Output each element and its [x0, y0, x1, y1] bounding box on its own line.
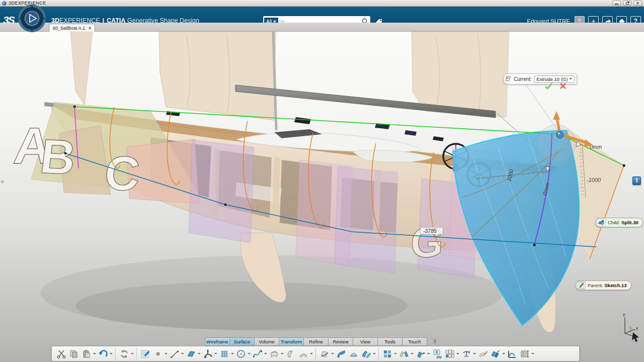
- tool-undo-dropdown[interactable]: [109, 347, 113, 360]
- tool-revolve-button[interactable]: [284, 347, 297, 360]
- tool-point-button[interactable]: [151, 347, 164, 360]
- side-panel-toggle[interactable]: T: [632, 176, 641, 185]
- tool-update-dropdown[interactable]: [130, 347, 134, 360]
- tool-sweep-dropdown[interactable]: [309, 347, 313, 360]
- tool-plane-dropdown[interactable]: [197, 347, 201, 360]
- tab-close-icon[interactable]: ×: [89, 26, 91, 31]
- ribbon-tab-refine[interactable]: Refine: [303, 337, 329, 346]
- line-endpoint[interactable]: [623, 164, 625, 167]
- update-icon: [119, 349, 129, 359]
- restore-button[interactable]: [623, 1, 631, 6]
- tool-measure-dropdown[interactable]: [531, 347, 535, 360]
- tool-plane-button[interactable]: [185, 347, 197, 360]
- sweep-surface-icon: [336, 349, 346, 359]
- section-plane[interactable]: [335, 166, 397, 273]
- jib-sail[interactable]: [70, 32, 93, 105]
- tool-symmetry-dropdown[interactable]: [410, 347, 414, 360]
- tool-blend-dropdown[interactable]: [372, 347, 376, 360]
- manipulator-knob[interactable]: [556, 131, 564, 138]
- tool-circle-dropdown[interactable]: [247, 347, 251, 360]
- tool-extrude-dropdown[interactable]: [280, 347, 284, 360]
- ribbon-tab-wireframe[interactable]: Wireframe: [205, 337, 230, 346]
- tool-symmetry-button[interactable]: [397, 347, 410, 360]
- parent-value: Sketch.13: [604, 283, 626, 288]
- ribbon-tab-volume[interactable]: Volume: [254, 337, 279, 346]
- chevron-down-icon: [569, 78, 572, 80]
- tool-pattern-dropdown[interactable]: [393, 347, 397, 360]
- close-button[interactable]: ×: [633, 1, 642, 6]
- main-sail[interactable]: [159, 32, 276, 120]
- tool-fill-button[interactable]: [347, 347, 360, 360]
- curve-endpoint[interactable]: [533, 244, 536, 246]
- feature-icon: [505, 74, 512, 83]
- tool-circle-button[interactable]: [234, 347, 247, 360]
- tool-paste-dropdown[interactable]: [93, 347, 97, 360]
- tool-axis-dropdown[interactable]: [214, 347, 218, 360]
- ribbon-tab-touch[interactable]: Touch: [402, 337, 427, 346]
- tool-pattern-button[interactable]: [381, 347, 393, 360]
- tool-translate-dropdown[interactable]: [427, 347, 431, 360]
- paste-icon: [82, 349, 92, 359]
- ok-check-icon[interactable]: [544, 82, 553, 89]
- tool-sketch-button[interactable]: [139, 347, 151, 360]
- tool-rotate-dropdown[interactable]: [472, 347, 476, 360]
- tool-copy-button[interactable]: [67, 347, 80, 360]
- tool-line-dropdown[interactable]: [181, 347, 185, 360]
- current-feature-dropdown[interactable]: Extrude.10 (G): [534, 75, 575, 83]
- child-feature-pill[interactable]: Child: Split.30: [595, 218, 643, 227]
- tool-measure-button[interactable]: [518, 347, 531, 360]
- ribbon-tab-review[interactable]: Review: [328, 337, 353, 346]
- cut-icon: [56, 349, 66, 359]
- tool-multi-output-dropdown[interactable]: [456, 347, 460, 360]
- toolbar-separator: [136, 348, 137, 360]
- deck-hatch: [433, 136, 444, 141]
- tool-split-dropdown[interactable]: [331, 347, 335, 360]
- circle-icon: [236, 349, 246, 359]
- tool-point-dropdown[interactable]: [164, 347, 168, 360]
- tool-join-dropdown[interactable]: [502, 347, 506, 360]
- minimize-button[interactable]: [612, 1, 621, 6]
- ribbon-tab-surface[interactable]: Surface: [229, 337, 255, 346]
- panel-expand-chevron[interactable]: »: [1, 177, 4, 185]
- svg-text:-3785: -3785: [423, 228, 437, 234]
- line-endpoint[interactable]: [64, 152, 66, 154]
- dimension-label[interactable]: -3785: [421, 227, 443, 234]
- tool-extrude-button[interactable]: [268, 347, 280, 360]
- tool-sweep-button[interactable]: [297, 347, 309, 360]
- chevron-right-icon[interactable]: ❯: [433, 339, 437, 343]
- tool-analysis-button[interactable]: [506, 347, 518, 360]
- tool-multi-output-button[interactable]: [443, 347, 456, 360]
- axis-triad: z y x: [623, 312, 639, 342]
- tool-split-button[interactable]: [318, 347, 331, 360]
- tool-line-button[interactable]: [168, 347, 181, 360]
- parent-feature-pill[interactable]: Parent: Sketch.13: [575, 281, 631, 290]
- compass-button[interactable]: [18, 4, 46, 33]
- tool-rotate-button[interactable]: [460, 347, 472, 360]
- tool-extrapolate-button[interactable]: [476, 347, 489, 360]
- ribbon-tab-tools[interactable]: Tools: [377, 337, 403, 346]
- 3d-viewport[interactable]: A B C G: [0, 32, 644, 362]
- ribbon-tab-transform[interactable]: Transform: [279, 337, 304, 346]
- tool-grid-dropdown[interactable]: [230, 347, 234, 360]
- manipulator-arrowhead[interactable]: [553, 111, 560, 120]
- extrude-icon: [269, 349, 279, 359]
- tool-paste-button[interactable]: [80, 347, 93, 360]
- tool-instantiate-xn-button[interactable]: XN: [431, 347, 443, 360]
- document-tab[interactable]: 60_SailBoat A.1 ×: [49, 24, 95, 32]
- tool-update-button[interactable]: [118, 347, 130, 360]
- tool-translate-button[interactable]: [414, 347, 427, 360]
- tool-spline-button[interactable]: [251, 347, 264, 360]
- tool-join-button[interactable]: [489, 347, 502, 360]
- line-endpoint[interactable]: [224, 204, 226, 206]
- ribbon-tab-view[interactable]: View: [353, 337, 378, 346]
- tool-cut-button[interactable]: [55, 347, 67, 360]
- tool-spline-dropdown[interactable]: [264, 347, 268, 360]
- section-plane[interactable]: [189, 140, 254, 243]
- undo-icon: [98, 349, 108, 359]
- tool-sweep-surface-button[interactable]: [335, 347, 347, 360]
- cancel-x-icon[interactable]: [559, 82, 567, 89]
- tool-grid-button[interactable]: [218, 347, 230, 360]
- tool-blend-button[interactable]: [360, 347, 372, 360]
- tool-undo-button[interactable]: [97, 347, 109, 360]
- tool-axis-button[interactable]: [201, 347, 214, 360]
